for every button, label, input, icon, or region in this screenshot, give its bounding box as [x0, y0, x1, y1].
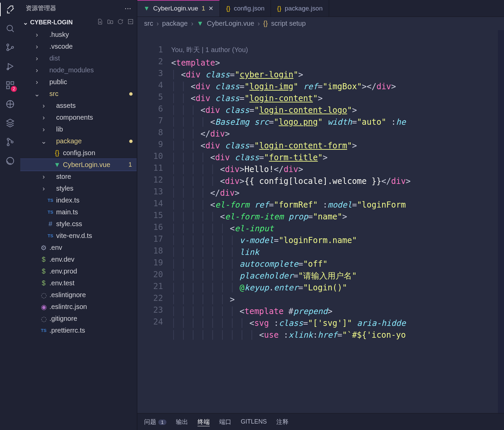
repo-actions	[97, 18, 134, 27]
tree-item[interactable]: $.env.test	[20, 277, 137, 289]
edge-icon[interactable]	[5, 156, 16, 166]
tree-item[interactable]: ▼CyberLogin.vue1	[20, 159, 137, 171]
refresh-icon[interactable]	[117, 18, 124, 27]
problems-badge: 1	[158, 420, 166, 425]
panel-terminal[interactable]: 终端	[198, 418, 210, 426]
tree-item[interactable]: ›styles	[20, 183, 137, 194]
extensions-icon[interactable]: 2	[5, 80, 16, 91]
crumb-file[interactable]: CyberLogin.vue	[207, 20, 254, 27]
sidebar-more-icon[interactable]: ···	[124, 3, 131, 13]
codelens[interactable]: You, 昨天 | 1 author (You)	[171, 44, 498, 57]
scm-icon[interactable]	[5, 42, 16, 53]
editor-tabs: ▼CyberLogin.vue1✕{}config.json{}package.…	[137, 0, 504, 17]
editor-tab[interactable]: {}package.json	[271, 0, 329, 17]
code-content[interactable]: You, 昨天 | 1 author (You)<template> │ <di…	[168, 30, 498, 413]
tree-item[interactable]: TSvite-env.d.ts	[20, 230, 137, 242]
minimap[interactable]	[498, 30, 504, 413]
svg-point-11	[11, 141, 13, 143]
tree-item[interactable]: #style.css	[20, 218, 137, 230]
debug-icon[interactable]	[5, 61, 16, 72]
editor-tab[interactable]: {}config.json	[220, 0, 271, 17]
code-editor[interactable]: 123456789101112131415161718192021222324 …	[137, 30, 504, 413]
bottom-panel-tabs: 问题1 输出 终端 端口 GITLENS 注释	[137, 413, 504, 430]
tree-item[interactable]: ›lib	[20, 123, 137, 135]
tree-item[interactable]: ◌.eslintignore	[20, 289, 137, 301]
tree-item[interactable]: ›store	[20, 171, 137, 183]
tree-item[interactable]: ›components	[20, 112, 137, 123]
crumb-package[interactable]: package	[162, 20, 188, 27]
file-tree: ›.husky›.vscode›dist›node_modules›public…	[20, 29, 137, 430]
svg-point-2	[7, 49, 9, 51]
tree-item[interactable]: ›.vscode	[20, 41, 137, 52]
collapse-icon[interactable]	[127, 18, 134, 27]
tree-item[interactable]: {}config.json	[20, 147, 137, 159]
crumb-src[interactable]: src	[144, 20, 153, 27]
git-graph-icon[interactable]	[5, 137, 16, 147]
tree-item[interactable]: ◉.eslintrc.json	[20, 301, 137, 313]
panel-gitlens[interactable]: GITLENS	[241, 418, 267, 425]
extensions-badge: 2	[11, 86, 17, 92]
explorer-sidebar: 资源管理器 ··· ⌄ CYBER-LOGIN ›.husky›.vscode›…	[20, 0, 137, 430]
svg-point-4	[7, 68, 9, 70]
sidebar-title: 资源管理器	[26, 4, 56, 12]
svg-rect-6	[11, 82, 14, 85]
tree-item[interactable]: ⌄src	[20, 88, 137, 100]
chevron-down-icon: ⌄	[23, 19, 28, 26]
panel-comments[interactable]: 注释	[276, 418, 289, 426]
editor-tab[interactable]: ▼CyberLogin.vue1✕	[137, 0, 220, 17]
new-folder-icon[interactable]	[107, 18, 114, 27]
tree-item[interactable]: ⚙.env	[20, 242, 137, 254]
crumb-symbol[interactable]: script setup	[271, 20, 306, 27]
svg-point-1	[7, 44, 9, 46]
svg-point-9	[7, 138, 9, 140]
panel-output[interactable]: 输出	[176, 418, 188, 426]
tree-item[interactable]: ◌.gitignore	[20, 313, 137, 325]
svg-point-0	[7, 25, 13, 31]
new-file-icon[interactable]	[97, 18, 104, 27]
svg-point-10	[7, 144, 9, 146]
close-icon[interactable]: ✕	[208, 5, 213, 12]
braces-icon: {}	[263, 20, 268, 27]
tree-item[interactable]: $.env.prod	[20, 265, 137, 277]
svg-rect-7	[7, 86, 9, 89]
sidebar-title-row: 资源管理器 ···	[20, 0, 137, 16]
explorer-icon[interactable]	[5, 4, 16, 15]
tree-item[interactable]: TS.prettierrc.ts	[20, 325, 137, 336]
tree-item[interactable]: ⌄package	[20, 135, 137, 147]
svg-rect-5	[7, 82, 9, 85]
tree-item[interactable]: ›dist	[20, 52, 137, 64]
tree-item[interactable]: TSmain.ts	[20, 206, 137, 218]
db-icon[interactable]	[5, 118, 16, 128]
tree-item[interactable]: $.env.dev	[20, 254, 137, 265]
tree-item[interactable]: ›node_modules	[20, 64, 137, 76]
tree-item[interactable]: TSindex.ts	[20, 194, 137, 206]
vue-icon: ▼	[197, 20, 204, 27]
tree-item[interactable]: ›assets	[20, 100, 137, 112]
editor-group: ▼CyberLogin.vue1✕{}config.json{}package.…	[137, 0, 504, 430]
panel-problems[interactable]: 问题1	[144, 418, 166, 426]
activity-bar: 2	[0, 0, 20, 430]
breadcrumb[interactable]: src› package› ▼ CyberLogin.vue› {} scrip…	[137, 17, 504, 30]
tree-item[interactable]: ›public	[20, 76, 137, 88]
panel-ports[interactable]: 端口	[219, 418, 231, 426]
repo-name: CYBER-LOGIN	[30, 19, 73, 26]
repo-header[interactable]: ⌄ CYBER-LOGIN	[20, 16, 137, 29]
tree-item[interactable]: ›.husky	[20, 29, 137, 41]
remote-icon[interactable]	[5, 99, 16, 110]
search-icon[interactable]	[5, 23, 16, 34]
line-gutter: 123456789101112131415161718192021222324	[137, 30, 168, 413]
